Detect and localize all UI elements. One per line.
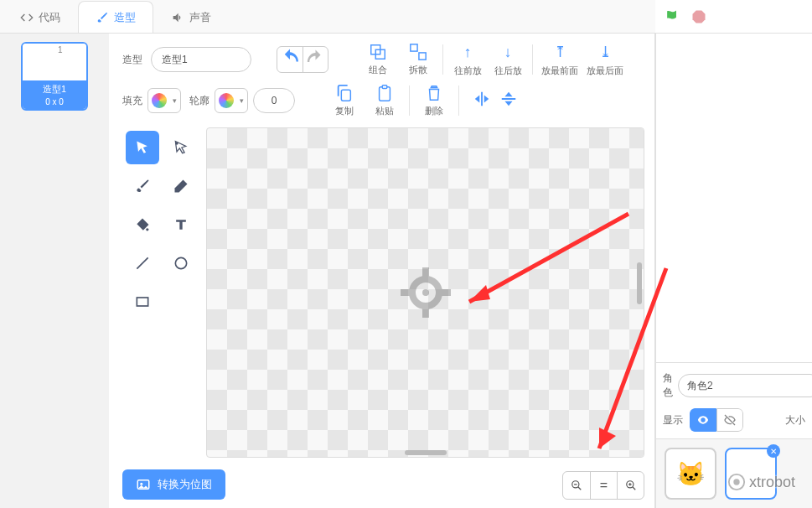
reshape-icon	[173, 139, 189, 156]
tab-sound[interactable]: 声音	[153, 1, 229, 33]
forward-label: 往前放	[454, 65, 482, 77]
svg-rect-5	[341, 90, 350, 101]
costume-list: 1 造型1 0 x 0	[0, 34, 109, 508]
text-tool[interactable]	[164, 208, 198, 241]
tab-costume-label: 造型	[114, 10, 136, 25]
ungroup-button[interactable]: 拆散	[402, 43, 434, 76]
undo-icon	[277, 47, 303, 72]
eye-closed-icon	[723, 413, 737, 427]
sprite-card-cat[interactable]: 🐱	[665, 448, 716, 500]
costume-name-input[interactable]	[151, 47, 251, 72]
redo-button[interactable]	[303, 47, 328, 72]
svg-line-21	[578, 487, 582, 490]
trash-icon	[425, 84, 443, 102]
reshape-tool[interactable]	[164, 131, 198, 164]
select-tool[interactable]	[126, 131, 159, 164]
canvas-center-marker	[399, 266, 453, 319]
tab-sound-label: 声音	[189, 10, 211, 25]
svg-point-19	[140, 483, 142, 485]
outline-color-picker[interactable]: ▾	[215, 88, 248, 113]
tab-costume[interactable]: 造型	[78, 1, 153, 33]
outline-width-input[interactable]	[253, 88, 295, 113]
flip-vertical-button[interactable]	[499, 90, 518, 112]
circle-tool[interactable]	[164, 246, 198, 280]
circle-icon	[173, 255, 189, 272]
hide-sprite-button[interactable]	[716, 408, 743, 432]
paste-button[interactable]: 粘贴	[369, 84, 401, 117]
chevron-down-icon: ▾	[240, 96, 244, 105]
outline-label: 轮廓	[189, 94, 209, 108]
convert-bitmap-button[interactable]: 转换为位图	[122, 469, 225, 500]
sprite-list: 🐱 ✕	[656, 438, 812, 508]
zoom-reset-button[interactable]: =	[590, 472, 617, 499]
svg-rect-4	[419, 53, 426, 60]
fill-tool[interactable]	[126, 208, 159, 241]
close-icon[interactable]: ✕	[767, 444, 780, 458]
costume-thumb	[23, 44, 86, 80]
chevron-down-icon: ▾	[173, 96, 177, 105]
show-sprite-button[interactable]	[690, 408, 716, 432]
back-label: 放最后面	[587, 65, 623, 77]
group-label: 组合	[369, 64, 387, 76]
visible-label: 显示	[663, 413, 683, 428]
flip-horizontal-button[interactable]	[473, 90, 491, 112]
svg-point-17	[422, 289, 429, 296]
front-button[interactable]: ⤒ 放最前面	[541, 42, 578, 77]
stop-icon[interactable]	[690, 8, 707, 25]
backward-label: 往后放	[494, 65, 522, 77]
undo-button[interactable]	[277, 47, 303, 72]
sprite-field-label: 角色	[663, 371, 673, 400]
copy-button[interactable]: 复制	[328, 84, 360, 117]
back-icon: ⤓	[599, 42, 612, 62]
zoom-reset-icon: =	[600, 478, 608, 493]
svg-rect-13	[422, 267, 429, 277]
backward-button[interactable]: ↓ 往后放	[492, 42, 524, 77]
text-icon	[173, 216, 189, 233]
flip-vertical-icon	[499, 90, 518, 108]
tab-code[interactable]: 代码	[3, 1, 78, 33]
forward-button[interactable]: ↑ 往前放	[452, 42, 484, 77]
sprite-card-selected[interactable]: ✕	[725, 448, 777, 500]
costume-list-item[interactable]: 1 造型1 0 x 0	[21, 42, 88, 111]
rect-tool[interactable]	[126, 285, 159, 319]
paint-editor: 造型 组合 拆散 ↑ 往前放 ↓ 往后放	[109, 34, 655, 508]
code-icon	[20, 11, 34, 24]
eraser-tool[interactable]	[164, 169, 198, 203]
convert-bitmap-label: 转换为位图	[158, 477, 212, 492]
divider	[532, 44, 533, 75]
cat-icon: 🐱	[676, 460, 706, 488]
stage-controls	[655, 0, 812, 34]
ungroup-icon	[409, 43, 427, 61]
svg-line-9	[137, 257, 147, 268]
stage-preview[interactable]	[656, 34, 812, 362]
costume-name-label: 造型1	[23, 80, 86, 97]
ungroup-label: 拆散	[409, 64, 427, 76]
green-flag-icon[interactable]	[664, 8, 680, 25]
brush-tool[interactable]	[126, 169, 159, 203]
eye-open-icon	[696, 413, 710, 427]
costume-index: 1	[58, 45, 63, 54]
line-tool[interactable]	[126, 246, 159, 280]
zoom-out-icon	[571, 479, 582, 491]
delete-button[interactable]: 删除	[418, 84, 450, 117]
rectangle-icon	[134, 293, 151, 310]
divider	[442, 44, 443, 75]
redo-icon	[303, 48, 328, 72]
back-button[interactable]: ⤓ 放最后面	[587, 42, 623, 77]
canvas-scroll-h[interactable]	[405, 450, 447, 455]
fill-color-picker[interactable]: ▾	[147, 88, 181, 113]
paintbrush-icon	[134, 178, 151, 194]
backward-icon: ↓	[504, 42, 512, 62]
canvas-scroll-v[interactable]	[637, 262, 642, 304]
paste-icon	[375, 84, 394, 102]
group-button[interactable]: 组合	[362, 43, 394, 76]
paint-tool-palette	[122, 127, 206, 458]
group-icon	[369, 43, 387, 61]
zoom-out-button[interactable]	[563, 472, 590, 499]
outline-swatch-icon	[219, 93, 234, 108]
paint-canvas[interactable]	[206, 127, 644, 458]
divider	[409, 86, 410, 116]
zoom-in-button[interactable]	[617, 472, 644, 499]
eraser-icon	[173, 178, 189, 194]
sprite-name-input[interactable]	[678, 374, 812, 397]
